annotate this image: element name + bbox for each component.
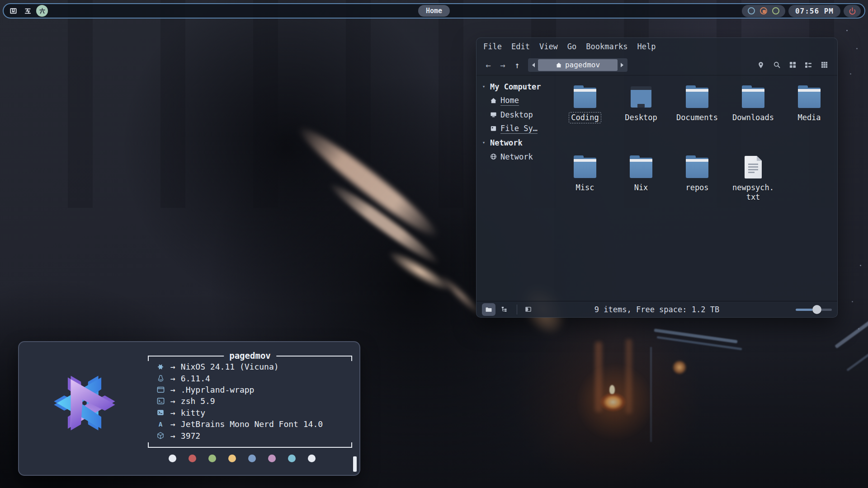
workspace-button-5[interactable] <box>22 5 33 17</box>
fetch-row-font: A → JetBrains Mono Nerd Font 14.0 <box>155 418 345 430</box>
sidebar-item-network[interactable]: Network <box>481 150 554 164</box>
file-label: Nix <box>633 183 650 192</box>
arrow-icon: → <box>170 431 175 441</box>
palette-dot <box>189 455 196 462</box>
tray-indicator-orange[interactable] <box>760 7 767 14</box>
sidebar-item-filesystem[interactable]: File Sy… <box>481 122 554 136</box>
sidebar-group-label: My Computer <box>490 82 541 91</box>
sidebar-item-desktop[interactable]: Desktop <box>481 108 554 122</box>
menu-item[interactable]: Help <box>637 42 656 51</box>
sidebar-group-my-computer[interactable]: ▾ My Computer <box>481 80 554 94</box>
home-icon <box>490 97 497 104</box>
menu-item[interactable]: Bookmarks <box>586 42 627 51</box>
arrow-icon: → <box>170 408 175 418</box>
tray-indicator-blue[interactable] <box>748 7 755 14</box>
file-item[interactable]: Desktop <box>613 83 669 153</box>
search-button[interactable] <box>771 59 783 71</box>
file-item[interactable]: newpsych.txt <box>725 153 781 223</box>
side-pane-toggle[interactable] <box>521 303 535 316</box>
sidebar-item-label: File Sy… <box>500 124 538 134</box>
file-item[interactable]: Documents <box>669 83 725 153</box>
wm-icon <box>155 385 166 394</box>
file-item[interactable]: Coding <box>557 83 613 153</box>
folder-view-icon <box>485 306 492 313</box>
up-button[interactable]: ↑ <box>510 58 524 72</box>
cjk-four-glyph <box>9 7 17 15</box>
shell-icon <box>155 397 166 406</box>
palette-dot <box>228 455 236 462</box>
file-item[interactable]: Nix <box>613 153 669 223</box>
menu-item[interactable]: Go <box>567 42 576 51</box>
path-scroll-left-button[interactable] <box>529 59 538 71</box>
fetch-row-wm: → .Hyprland-wrapp <box>155 384 345 395</box>
file-icon <box>572 85 598 109</box>
file-item[interactable]: repos <box>669 153 725 223</box>
tray-indicator-green[interactable] <box>772 7 779 14</box>
file-item[interactable]: Downloads <box>725 83 781 153</box>
workspace-button-4[interactable] <box>7 5 19 17</box>
menu-item[interactable]: File <box>483 42 502 51</box>
icon-view-button[interactable] <box>787 59 798 71</box>
zoom-slider-knob[interactable] <box>812 305 821 314</box>
font-icon: A <box>155 420 166 429</box>
arrow-icon: → <box>170 374 175 383</box>
tree-view-toggle[interactable] <box>497 303 511 316</box>
file-item[interactable]: Media <box>781 83 837 153</box>
sidebar-group-network[interactable]: ▾ Network <box>481 136 554 150</box>
file-label: Misc <box>575 183 596 192</box>
arrow-icon: → <box>170 419 175 429</box>
desktop: Home 07:56 PM FileEditViewGoBookmarksHel… <box>0 0 868 488</box>
power-button[interactable] <box>844 5 861 17</box>
nixos-icon <box>155 362 166 371</box>
home-icon <box>556 62 562 68</box>
up-arrow-icon: ↑ <box>514 60 519 70</box>
packages-icon <box>155 431 166 440</box>
places-sidebar: ▾ My Computer Home Desktop <box>476 75 554 301</box>
compact-view-icon <box>821 61 828 68</box>
active-window-title: Home <box>418 5 450 17</box>
fetch-row-packages: → 3972 <box>155 430 345 441</box>
list-view-button[interactable] <box>802 59 814 71</box>
side-pane-icon <box>525 306 532 313</box>
file-label: Coding <box>570 113 600 122</box>
menu-item[interactable]: Edit <box>511 42 530 51</box>
top-bar-right: 07:56 PM <box>742 5 861 17</box>
file-icon <box>741 85 766 109</box>
back-arrow-icon: ← <box>486 60 491 70</box>
palette-dot <box>169 455 176 462</box>
back-button[interactable]: ← <box>481 58 495 72</box>
path-segment-home[interactable]: pagedmov <box>538 59 618 71</box>
compact-view-button[interactable] <box>818 59 830 71</box>
file-label: repos <box>684 183 710 192</box>
collapse-triangle-icon: ▾ <box>481 140 486 145</box>
fetch-value: NixOS 24.11 (Vicuna) <box>181 362 279 371</box>
arrow-icon: → <box>170 362 175 371</box>
location-button[interactable] <box>755 59 767 71</box>
sidebar-item-label: Home <box>500 96 519 106</box>
menu-item[interactable]: View <box>539 42 558 51</box>
fetch-row-shell: → zsh 5.9 <box>155 395 345 407</box>
fetch-value: JetBrains Mono Nerd Font 14.0 <box>181 419 323 429</box>
file-grid: Coding Desktop Documents Downloa <box>554 75 837 301</box>
chevron-right-icon <box>621 63 623 67</box>
zoom-slider[interactable] <box>796 305 832 314</box>
clock: 07:56 PM <box>788 5 840 17</box>
file-label: Media <box>796 113 822 122</box>
folder-view-toggle[interactable] <box>482 303 495 316</box>
nixos-logo <box>35 354 134 452</box>
sidebar-item-home[interactable]: Home <box>481 94 554 108</box>
workspace-button-6-active[interactable] <box>36 5 48 17</box>
list-view-icon <box>805 61 812 69</box>
forward-arrow-icon: → <box>500 60 505 70</box>
system-tray <box>742 5 785 17</box>
file-item[interactable]: Misc <box>557 153 613 223</box>
path-scroll-right-button[interactable] <box>618 59 627 71</box>
file-label: Desktop <box>623 113 659 122</box>
forward-button[interactable]: → <box>495 58 510 72</box>
cjk-six-glyph <box>38 7 46 15</box>
path-segment-label: pagedmov <box>565 61 600 69</box>
toolbar: ← → ↑ pagedmov <box>476 55 837 75</box>
menu-bar: FileEditViewGoBookmarksHelp <box>476 38 837 55</box>
power-icon <box>848 7 857 15</box>
fetch-title: pagedmov <box>224 350 276 361</box>
